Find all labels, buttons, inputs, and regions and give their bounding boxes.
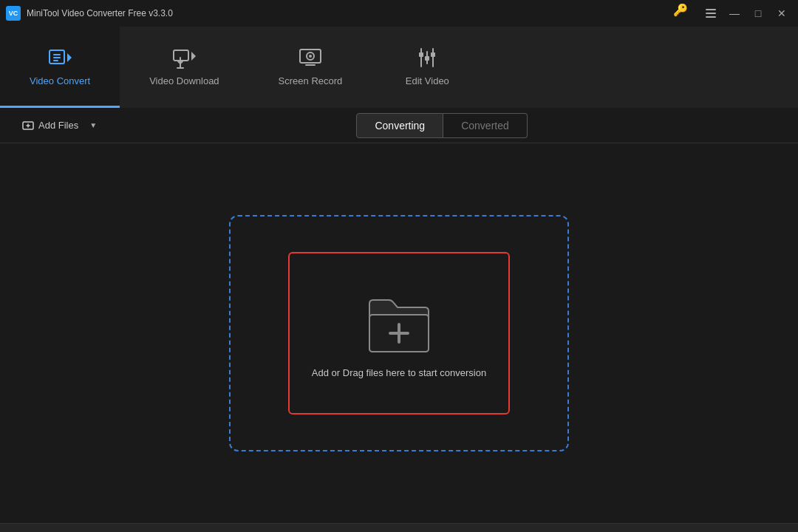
drop-zone-container: Add or Drag files here to start conversi… <box>0 143 798 523</box>
svg-marker-4 <box>67 53 72 62</box>
nav-tab-video-download[interactable]: Video Download <box>120 27 248 108</box>
close-button[interactable]: ✕ <box>771 3 792 24</box>
key-icon[interactable]: 🔑 <box>673 3 688 24</box>
hamburger-button[interactable] <box>700 3 721 24</box>
svg-rect-19 <box>431 52 435 57</box>
add-files-label: Add Files <box>38 120 78 131</box>
drop-zone-outer: Add or Drag files here to start conversi… <box>229 215 569 451</box>
add-files-dropdown-arrow[interactable]: ▼ <box>86 115 100 136</box>
title-bar: VC MiniTool Video Converter Free v3.3.0 … <box>0 0 798 27</box>
drop-zone-inner[interactable]: Add or Drag files here to start conversi… <box>288 252 510 415</box>
edit-video-icon <box>415 46 439 69</box>
folder-add-icon <box>362 289 436 355</box>
nav-tab-edit-video-label: Edit Video <box>406 75 449 86</box>
maximize-button[interactable]: □ <box>748 3 768 24</box>
nav-tab-video-convert-label: Video Convert <box>30 75 90 86</box>
minimize-button[interactable]: — <box>724 3 745 24</box>
app-logo: VC <box>6 6 21 21</box>
window-controls: 🔑 — □ ✕ <box>673 3 792 24</box>
title-bar-left: VC MiniTool Video Converter Free v3.3.0 <box>6 6 173 21</box>
svg-point-15 <box>309 55 312 58</box>
nav-tab-screen-record-label: Screen Record <box>279 75 343 86</box>
sub-tab-converted[interactable]: Converted <box>443 113 528 138</box>
nav-bar: Video Convert Video Download Screen Reco… <box>0 27 798 108</box>
nav-tab-video-download-label: Video Download <box>149 75 219 86</box>
footer: 🕐 Output C:\Users\Administrator\Desktop … <box>0 523 798 532</box>
app-title: MiniTool Video Converter Free v3.3.0 <box>27 8 173 18</box>
svg-rect-1 <box>706 13 716 14</box>
add-files-icon <box>22 120 34 132</box>
sub-tabs: Converting Converted <box>356 113 527 138</box>
nav-tab-edit-video[interactable]: Edit Video <box>372 27 482 108</box>
svg-marker-9 <box>191 52 196 61</box>
nav-tab-screen-record[interactable]: Screen Record <box>249 27 372 108</box>
nav-tab-video-convert[interactable]: Video Convert <box>0 27 120 108</box>
video-download-icon <box>172 46 196 69</box>
svg-rect-17 <box>419 52 423 57</box>
video-convert-icon <box>48 46 72 69</box>
drop-zone-text: Add or Drag files here to start conversi… <box>312 367 486 378</box>
sub-tab-converting[interactable]: Converting <box>356 113 443 138</box>
content-area: Add or Drag files here to start conversi… <box>0 143 798 523</box>
sub-tabs-bar: Add Files ▼ Converting Converted <box>0 108 798 143</box>
svg-rect-18 <box>425 56 429 61</box>
screen-record-icon <box>299 46 322 69</box>
svg-rect-0 <box>706 9 716 10</box>
svg-rect-2 <box>706 16 716 18</box>
add-files-button[interactable]: Add Files <box>15 115 86 136</box>
